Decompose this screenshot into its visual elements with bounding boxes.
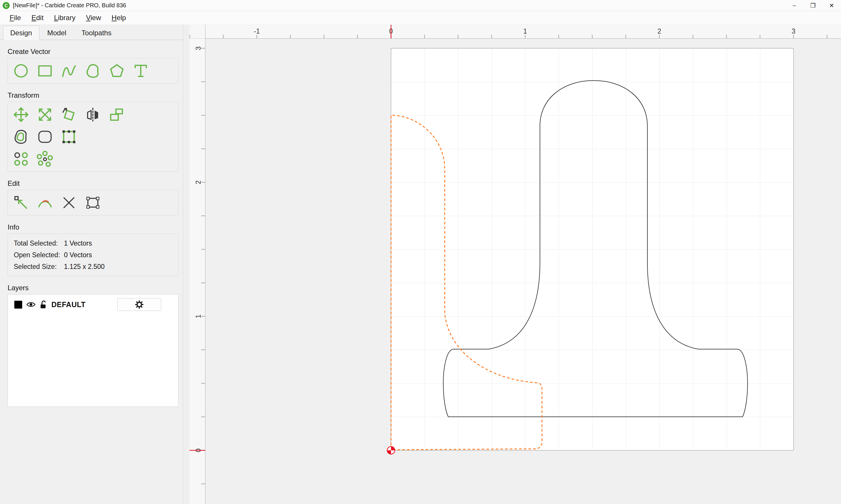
h-ruler-label: 1 — [523, 28, 527, 35]
layer-visibility-eye-icon[interactable] — [26, 301, 36, 308]
svg-text:C: C — [4, 3, 8, 8]
layer-name: DEFAULT — [51, 301, 86, 309]
horizontal-ruler: -1 0 1 2 3 — [190, 25, 841, 38]
layer-color-swatch[interactable] — [14, 301, 22, 309]
titlebar: C [NewFile]* - Carbide Create PRO, Build… — [0, 0, 841, 11]
mirror-tool[interactable] — [84, 106, 102, 124]
selected-size-value: 1.125 x 2.500 — [64, 261, 172, 272]
window-controls: – ❐ ✕ — [785, 0, 841, 11]
resize-tool[interactable] — [60, 128, 78, 146]
vertical-ruler: 3 2 1 0 — [190, 25, 205, 504]
design-canvas[interactable]: -1 0 1 2 3 3 2 1 0 — [190, 25, 841, 504]
v-ruler-label: 2 — [194, 181, 202, 184]
circular-array-tool[interactable] — [36, 150, 54, 168]
layer-unlock-icon[interactable] — [40, 300, 47, 309]
selected-size-label: Selected Size: — [14, 261, 64, 272]
polygon-tool[interactable] — [108, 62, 126, 80]
close-button[interactable]: ✕ — [822, 0, 841, 11]
menu-view[interactable]: View — [81, 12, 106, 24]
trim-tool[interactable] — [36, 194, 54, 212]
freeform-tool[interactable] — [84, 62, 102, 80]
info-title: Info — [7, 223, 178, 231]
menu-file[interactable]: File — [4, 12, 26, 24]
design-panel: Create Vector — [0, 40, 183, 504]
join-tool[interactable] — [60, 194, 78, 212]
offset-tool[interactable] — [12, 128, 30, 146]
node-edit-tool[interactable] — [12, 194, 30, 212]
total-selected-label: Total Selected: — [14, 237, 64, 249]
minimize-button[interactable]: – — [785, 0, 804, 11]
v-ruler-label: 3 — [194, 47, 202, 50]
canvas-area: -1 0 1 2 3 3 2 1 0 — [190, 25, 841, 504]
edit-title: Edit — [7, 179, 178, 187]
origin-marker — [387, 447, 395, 454]
menu-library[interactable]: Library — [49, 12, 81, 24]
curve-tool[interactable] — [60, 62, 78, 80]
h-ruler-label: 3 — [792, 28, 795, 35]
h-ruler-label: -1 — [254, 28, 260, 35]
transform-title: Transform — [7, 91, 178, 100]
move-tool[interactable] — [12, 106, 30, 124]
align-tool[interactable] — [108, 106, 126, 124]
layer-settings-button[interactable] — [117, 298, 161, 311]
edit-toolbox — [7, 190, 178, 216]
layer-row[interactable]: DEFAULT — [13, 298, 173, 311]
scale-tool[interactable] — [36, 106, 54, 124]
v-ruler-label: 1 — [194, 314, 202, 318]
info-row-selected-size: Selected Size: 1.125 x 2.500 — [14, 261, 172, 272]
stock-grid — [391, 49, 794, 451]
app-logo-icon: C — [2, 2, 10, 9]
total-selected-value: 1 Vectors — [64, 237, 172, 249]
stock — [391, 49, 794, 451]
open-selected-label: Open Selected: — [14, 249, 64, 261]
info-row-open-selected: Open Selected: 0 Vectors — [14, 249, 172, 261]
create-vector-title: Create Vector — [7, 48, 178, 56]
sidebar: Design Model Toolpaths Create Vector — [0, 25, 183, 504]
tab-model[interactable]: Model — [40, 26, 73, 40]
layers-panel: DEFAULT — [7, 294, 178, 407]
gear-icon — [135, 300, 144, 309]
menu-help[interactable]: Help — [106, 12, 131, 24]
rotate-tool[interactable] — [60, 106, 78, 124]
maximize-button[interactable]: ❐ — [804, 0, 822, 11]
circle-tool[interactable] — [12, 62, 30, 80]
tab-design[interactable]: Design — [3, 26, 39, 40]
create-vector-toolbox — [7, 58, 178, 84]
application-window: C [NewFile]* - Carbide Create PRO, Build… — [0, 0, 841, 504]
text-tool[interactable] — [132, 62, 150, 80]
open-selected-value: 0 Vectors — [64, 249, 172, 261]
transform-toolbox — [7, 102, 178, 172]
edit-rectangle-tool[interactable] — [84, 194, 102, 212]
fillet-tool[interactable] — [36, 128, 54, 146]
layers-title: Layers — [7, 284, 178, 292]
h-ruler-label: 2 — [658, 28, 662, 35]
menu-edit[interactable]: Edit — [26, 12, 49, 24]
info-panel: Total Selected: 1 Vectors Open Selected:… — [7, 234, 178, 276]
window-title: [NewFile]* - Carbide Create PRO, Build 8… — [13, 2, 126, 9]
tabbar: Design Model Toolpaths — [0, 25, 183, 40]
menubar: File Edit Library View Help — [0, 11, 841, 25]
tab-toolpaths[interactable]: Toolpaths — [74, 26, 119, 40]
info-row-total-selected: Total Selected: 1 Vectors — [14, 237, 172, 249]
rectangle-tool[interactable] — [36, 62, 54, 80]
linear-array-tool[interactable] — [12, 150, 30, 168]
